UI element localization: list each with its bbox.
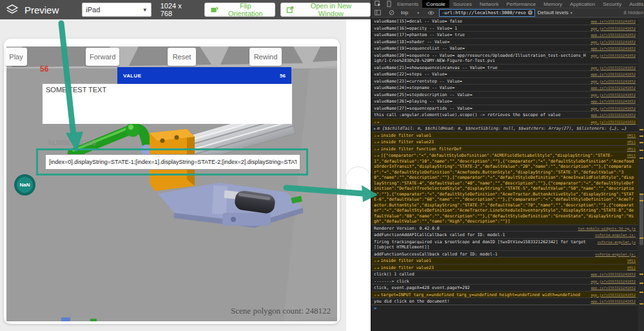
devtools-panel: ElementsConsoleSourcesNetworkPerformance… [371, 0, 644, 331]
tab-sources[interactable]: Sources [449, 0, 476, 8]
console-row-warn: VM11⚠▶inside filter value23 [371, 138, 638, 145]
source-link[interactable]: VM11 [627, 265, 636, 271]
console-row-log: app.js?v1583321241652click, event.pageX=… [371, 284, 638, 291]
source-link[interactable]: app.js?v1583321241652 [590, 53, 636, 59]
console-scrollbar[interactable] [638, 17, 644, 331]
console-message-text: inside filter value23 [381, 139, 434, 145]
device-select[interactable]: iPad ▼ [82, 3, 151, 17]
source-link[interactable]: app.js?v1583321241652 [590, 39, 636, 45]
tab-memory[interactable]: Memory [540, 0, 566, 8]
console-message-text: addFunctionAddAPICallCallback called for… [374, 232, 505, 237]
expand-icon[interactable]: ▶ [374, 126, 376, 130]
source-link[interactable]: vuforia-angular.js: [595, 252, 636, 257]
reset-button[interactable]: Reset [168, 48, 196, 66]
value-gauge-label: VALUE [123, 73, 142, 79]
tab-application[interactable]: Application [566, 0, 599, 8]
scrollbar-warning-marker [639, 200, 643, 201]
scrollbar-warning-marker [639, 283, 643, 284]
flip-orientation-button[interactable]: Flip Orientation [204, 3, 275, 17]
source-link[interactable]: app.js?v1583321241652 [590, 99, 636, 105]
console-row-log: app.js?v1583321241652valueName[27]=seque… [371, 105, 638, 112]
source-link[interactable]: vuforia-angular.js: [595, 232, 636, 238]
clear-filter-icon[interactable]: × [528, 10, 532, 15]
console-row-log: twx-mobile-widgets-3d-ng.jsRenderer Vers… [371, 225, 638, 232]
source-link[interactable]: app.js?v1583321241652 [590, 19, 636, 25]
source-link[interactable]: app.js?v1583321241652 [590, 119, 636, 125]
source-link[interactable]: app.js?v1583321241652 [590, 112, 636, 118]
source-link[interactable]: VM11 [627, 146, 636, 152]
tab-network[interactable]: Network [476, 0, 502, 8]
preview-toolbar: Preview iPad ▼ 1024 x 768 Flip Orientati… [0, 0, 371, 19]
console-row-log: vuforia-angular.jsfiring trackingacquire… [371, 238, 638, 250]
state-config-input[interactable] [45, 154, 300, 170]
scrollbar-warning-marker [639, 292, 643, 293]
source-link[interactable]: app.js?v1583321241652 [590, 292, 636, 298]
inspect-element-icon[interactable] [373, 1, 382, 8]
source-link[interactable]: app.js?v1583321241652 [590, 92, 636, 98]
expand-icon[interactable]: ▶ [378, 147, 380, 151]
source-link[interactable]: app.js?v1583321241652 [590, 79, 636, 85]
source-link[interactable]: app.js?v1583321241652 [590, 26, 636, 32]
execution-context-select[interactable]: top ▾ [398, 10, 422, 15]
expand-icon[interactable]: ▶ [378, 259, 380, 263]
console-message-text: click() 1 called [374, 272, 415, 277]
clear-console-icon[interactable] [387, 9, 396, 16]
log-levels-select[interactable]: Default levels ▾ [538, 10, 572, 15]
rewind-button[interactable]: Rewind [249, 48, 282, 66]
tab-performance[interactable]: Performance [502, 0, 540, 8]
console-message-text: valueName[23]=currentstep -- Value= [374, 79, 462, 84]
console-messages[interactable]: app.js?v1583321241652valueName[15]=decal… [371, 17, 638, 331]
source-link[interactable]: app.js?v1583321241652 [590, 46, 636, 52]
tab-elements[interactable]: Elements [393, 0, 422, 8]
console-row-log: app.js?v1583321241652valueName[18]=shade… [371, 38, 638, 45]
open-in-new-window-button[interactable]: Open in New Window [280, 3, 371, 17]
console-message-text: this call :angular.element(value).scope(… [374, 112, 561, 117]
expand-icon[interactable]: ▶ [378, 120, 380, 124]
console-message-text: valueName[27]=sequencepartids -- Value= [374, 106, 473, 111]
console-message-text: m {$$childTail: m, $$childHead: m, $$nex… [377, 126, 627, 131]
source-link[interactable]: app.js?v1583321241652 [590, 279, 636, 285]
source-link[interactable]: vuforia-angular.js [597, 239, 636, 245]
console-prompt-icon[interactable]: > [374, 306, 376, 311]
devtools-tabbar: ElementsConsoleSourcesNetworkPerformance… [371, 0, 644, 8]
console-row-warn: VM11⚠▶[{"comparator":"<","defaultStyleDe… [371, 152, 638, 225]
expand-icon[interactable]: ▶ [378, 134, 380, 137]
source-link[interactable]: app.js?v1583321241652 [590, 65, 636, 71]
source-link[interactable]: app.js?v1583321241652 [590, 72, 636, 77]
console-message-text: [{"comparator":"<","defaultStyleDefiniti… [374, 153, 634, 224]
play-button[interactable]: Play [5, 48, 27, 66]
source-link[interactable]: app.js?v1583321241652 [590, 106, 636, 112]
expand-icon[interactable]: ▶ [378, 266, 380, 270]
source-link[interactable]: VM11 [627, 133, 636, 139]
value-gauge-bar: VALUE 56 [117, 67, 291, 84]
console-row-log: app.js?v1583321241652valueName[26]=playi… [371, 97, 638, 105]
source-link[interactable]: app.js?v1583321241652 [590, 32, 636, 38]
source-link[interactable]: VM11 [627, 139, 636, 145]
expand-icon[interactable]: ▶ [378, 293, 380, 297]
console-message-text: inside filter value23 [381, 265, 434, 270]
expand-icon[interactable]: ▶ [378, 140, 380, 144]
source-link[interactable]: twx-mobile-widgets-3d-ng.js [578, 226, 636, 232]
console-message-text: valueName[24]=stepname -- Value= [374, 85, 454, 90]
open-in-new-window-icon [286, 6, 294, 14]
console-row-warn: VM11⚠▶inside filter value1 [371, 132, 638, 139]
source-link[interactable]: app.js?v1583321241652 [590, 85, 636, 91]
device-toolbar-icon[interactable] [384, 1, 393, 8]
expand-icon[interactable]: ▶ [378, 154, 380, 157]
forward-button[interactable]: Forward [86, 48, 119, 66]
source-link[interactable]: VM11 [627, 258, 636, 264]
source-link[interactable]: app.js?v1583321241652 [590, 272, 636, 277]
tab-audits[interactable]: Audits [625, 0, 644, 8]
red-value-label: 56 [40, 65, 48, 74]
source-link[interactable]: app.js?v1583321241652 [590, 299, 636, 305]
console-row-object: ▶m {$$childTail: m, $$childHead: m, $$ne… [371, 125, 638, 132]
resolution-label: 1024 x 768 [161, 2, 195, 17]
source-link[interactable]: app.js?v1583321241652 [590, 285, 636, 291]
tab-security[interactable]: Security [599, 0, 625, 8]
console-filter-input[interactable]: -url:http://localhost:3000/reso × [439, 9, 535, 17]
tab-console[interactable]: Console [422, 0, 449, 8]
preview-stage-panel: Scene polygon count: 248122 PlayForwardR… [4, 39, 340, 324]
source-link[interactable]: VM11 [627, 153, 636, 159]
console-sidebar-icon[interactable] [373, 9, 382, 16]
live-expression-eye-icon[interactable] [426, 9, 435, 16]
